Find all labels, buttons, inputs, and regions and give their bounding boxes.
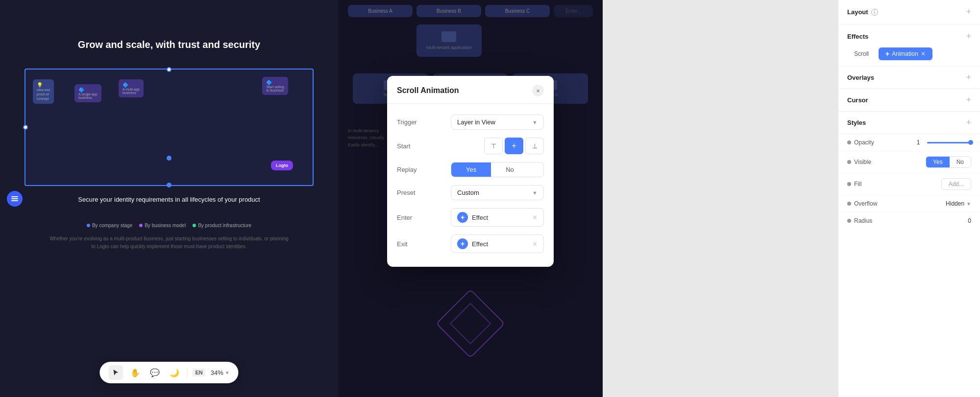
styles-add-btn[interactable]: +	[966, 117, 971, 128]
replay-no-btn[interactable]: No	[491, 163, 529, 177]
exit-label: Exit	[397, 240, 408, 248]
effects-title: Effects	[847, 33, 868, 40]
radius-dot	[847, 219, 851, 223]
comment-tool[interactable]: 💬	[147, 365, 162, 380]
modal-close-btn[interactable]: ×	[532, 85, 544, 96]
scroll-tab[interactable]: Scroll	[847, 48, 876, 60]
exit-effect-row: + Effect ✕	[451, 234, 544, 253]
moon-tool[interactable]: 🌙	[167, 365, 182, 380]
fill-dot	[847, 182, 851, 186]
canvas-subtitle: Secure your identity requirements in all…	[59, 196, 279, 203]
cursor-label: Cursor	[847, 96, 868, 104]
handle-bottom[interactable]	[167, 183, 172, 187]
canvas-tags: By company stage By business model By pr…	[87, 223, 251, 228]
center-indicator	[167, 156, 172, 161]
opacity-slider[interactable]	[927, 142, 971, 143]
replay-yes-btn[interactable]: Yes	[451, 163, 491, 177]
replay-yn-group: Yes No	[451, 162, 544, 177]
handle-top[interactable]	[167, 67, 172, 72]
effects-add-btn[interactable]: +	[966, 31, 971, 42]
zoom-control[interactable]: 34% ▼	[211, 369, 230, 376]
layout-add-btn[interactable]: +	[966, 7, 971, 17]
enter-effect-close[interactable]: ✕	[532, 214, 538, 221]
overflow-label-group: Overflow	[847, 200, 877, 207]
enter-effect-plus[interactable]: +	[457, 212, 468, 223]
start-label: Start	[397, 142, 410, 150]
styles-header: Styles +	[838, 112, 980, 134]
layout-info-icon: i	[871, 9, 878, 16]
exit-effect-close[interactable]: ✕	[532, 240, 538, 248]
fill-row: Fill Add...	[838, 173, 980, 195]
radius-row: Radius 0	[838, 212, 980, 229]
diagram-node-4: 🔷 Start sellingto business	[262, 77, 288, 95]
opacity-value: 1	[913, 139, 923, 146]
opacity-thumb[interactable]	[968, 140, 973, 145]
overflow-dropdown[interactable]: Hidden ▼	[946, 200, 971, 207]
preset-row: Preset Custom ▼	[397, 181, 544, 204]
modal-body: Trigger Layer in View ▼ Start ⊤ + ⊥ Repl…	[387, 104, 554, 267]
visible-yes-btn[interactable]: Yes	[926, 157, 950, 167]
animation-tab-close[interactable]: ✕	[921, 50, 926, 57]
visible-row: Visible Yes No	[838, 151, 980, 173]
effects-header: Effects +	[847, 31, 971, 42]
trigger-label: Trigger	[397, 118, 417, 126]
modal-overlay: Scroll Animation × Trigger Layer in View…	[338, 0, 603, 397]
radius-label-group: Radius	[847, 217, 872, 224]
opacity-control: 1	[913, 139, 971, 146]
svg-rect-0	[11, 196, 18, 197]
canvas-diagram-frame: 💡 Idea andproof-of-concept 🔷 A single-ap…	[24, 69, 314, 186]
modal-title: Scroll Animation	[397, 86, 459, 95]
start-btn-top[interactable]: ⊤	[484, 138, 503, 154]
fill-add-btn[interactable]: Add...	[941, 178, 971, 190]
nav-menu-icon[interactable]	[7, 191, 23, 207]
handle-left[interactable]	[23, 125, 28, 130]
svg-rect-2	[11, 200, 18, 201]
styles-label: Styles	[847, 119, 866, 126]
diagram-node-1: 💡 Idea andproof-of-concept	[33, 79, 54, 104]
radius-value: 0	[968, 217, 971, 224]
overflow-row: Overflow Hidden ▼	[838, 195, 980, 212]
zoom-chevron: ▼	[225, 370, 230, 375]
hand-tool[interactable]: ✋	[128, 365, 143, 380]
exit-effect-label: Effect	[472, 240, 528, 248]
visible-yn-group: Yes No	[926, 156, 971, 168]
overlays-section: Overlays +	[838, 67, 980, 89]
scroll-animation-modal: Scroll Animation × Trigger Layer in View…	[387, 76, 554, 267]
effects-tabs: Scroll + Animation ✕	[847, 47, 971, 60]
overflow-dot	[847, 202, 851, 206]
fill-label-group: Fill	[847, 181, 861, 187]
modal-header: Scroll Animation ×	[387, 76, 554, 104]
exit-effect-plus[interactable]: +	[457, 238, 468, 249]
preset-dropdown[interactable]: Custom ▼	[451, 185, 544, 200]
cursor-tool[interactable]	[108, 365, 123, 380]
cursor-add-btn[interactable]: +	[966, 95, 971, 105]
visible-label-group: Visible	[847, 159, 871, 165]
overlays-add-btn[interactable]: +	[966, 72, 971, 83]
cursor-section: Cursor +	[838, 89, 980, 112]
diagram-node-2: 🔷 A single-appbusiness	[74, 84, 101, 102]
start-btn-center[interactable]: +	[505, 138, 523, 154]
start-btn-bottom[interactable]: ⊥	[525, 138, 544, 154]
enter-effect-label: Effect	[472, 214, 528, 221]
opacity-label-group: Opacity	[847, 139, 874, 146]
right-panel: Layout i + Effects + Scroll + Animation …	[838, 0, 980, 397]
start-row: Start ⊤ + ⊥	[397, 134, 544, 158]
replay-row: Replay Yes No	[397, 158, 544, 181]
visible-no-btn[interactable]: No	[950, 157, 971, 167]
exit-row: Exit + Effect ✕	[397, 231, 544, 257]
animation-tab-plus: +	[885, 50, 889, 58]
layout-section: Layout i +	[838, 0, 980, 24]
toolbar-divider	[187, 368, 187, 377]
lang-badge[interactable]: EN	[192, 369, 205, 376]
diagram-node-3: 🔷 A multi-appbusiness	[119, 79, 144, 97]
animation-tab[interactable]: + Animation ✕	[879, 47, 932, 60]
svg-rect-1	[11, 198, 18, 199]
opacity-dot	[847, 140, 851, 144]
logto-badge: Logto	[271, 161, 293, 170]
trigger-row: Trigger Layer in View ▼	[397, 111, 544, 134]
toolbar: ✋ 💬 🌙 EN 34% ▼	[99, 362, 238, 383]
overflow-chevron: ▼	[966, 201, 971, 207]
trigger-dropdown[interactable]: Layer in View ▼	[451, 115, 544, 130]
effects-section: Effects + Scroll + Animation ✕	[838, 24, 980, 67]
trigger-chevron: ▼	[532, 119, 538, 125]
